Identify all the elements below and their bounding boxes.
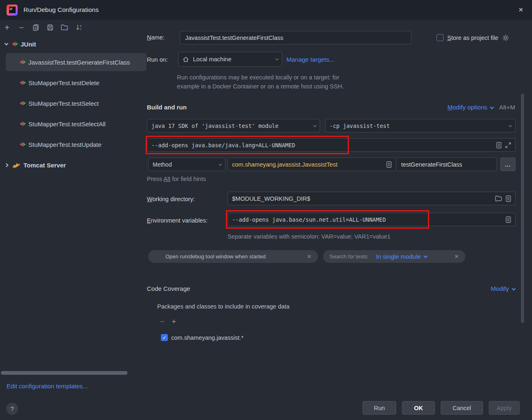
tree-item-label: StuMapperTest.testSelectAll bbox=[28, 121, 106, 128]
vm-options-value: --add-opens java.base/java.lang=ALL-UNNA… bbox=[151, 142, 295, 149]
search-for-tests-pill[interactable]: Search for tests: In single module ✕ bbox=[323, 250, 465, 263]
ok-button[interactable]: OK bbox=[402, 401, 435, 415]
gear-icon[interactable] bbox=[502, 34, 509, 42]
manage-targets-link[interactable]: Manage targets... bbox=[286, 56, 335, 63]
remove-configuration-icon[interactable]: − bbox=[17, 23, 26, 32]
coverage-modify-row: Modify bbox=[491, 285, 515, 292]
jre-dropdown[interactable]: java 17 SDK of 'javassist-test' module bbox=[147, 119, 320, 132]
tree-group-label: Tomcat Server bbox=[23, 162, 66, 169]
working-directory-field[interactable]: $MODULE_WORKING_DIR$ bbox=[228, 192, 516, 205]
coverage-package-row: ✓ com.shameyang.javassist.* bbox=[161, 334, 244, 341]
environment-variables-label: Environment variables: bbox=[147, 217, 208, 224]
run-button[interactable]: Run bbox=[362, 401, 396, 415]
new-folder-icon[interactable]: + bbox=[60, 23, 69, 32]
chevron-down-icon bbox=[218, 162, 222, 165]
vm-options-field[interactable]: --add-opens java.base/java.lang=ALL-UNNA… bbox=[147, 138, 516, 152]
chevron-down-icon bbox=[313, 123, 316, 127]
run-on-help-text: Run configurations may be executed local… bbox=[177, 73, 344, 91]
junit-icon bbox=[20, 81, 26, 85]
tree-item[interactable]: StuMapperTest.testSelect bbox=[0, 93, 146, 114]
home-icon bbox=[183, 56, 189, 63]
working-directory-label: Working directory: bbox=[147, 196, 195, 202]
field-hints-text: Press Alt for field hints bbox=[147, 176, 206, 182]
run-on-dropdown[interactable]: Local machine bbox=[178, 52, 282, 67]
close-icon[interactable]: ✕ bbox=[307, 253, 311, 260]
junit-icon bbox=[20, 60, 26, 64]
svg-text:z: z bbox=[80, 28, 81, 30]
tree-item-label: StuMapperTest.testSelect bbox=[28, 100, 99, 107]
tree-item-label: StuMapperTest.testUpdate bbox=[28, 141, 102, 148]
tree-group-junit[interactable]: JUnit bbox=[0, 36, 146, 52]
coverage-package-checkbox[interactable]: ✓ bbox=[161, 334, 168, 341]
modify-options-shortcut: Alt+M bbox=[499, 104, 515, 111]
apply-button[interactable]: Apply bbox=[489, 401, 520, 415]
vertical-scrollbar[interactable] bbox=[521, 94, 524, 323]
working-directory-value: $MODULE_WORKING_DIR$ bbox=[232, 195, 310, 202]
junit-icon bbox=[20, 122, 26, 126]
cancel-button[interactable]: Cancel bbox=[441, 401, 483, 415]
remove-package-icon[interactable]: − bbox=[160, 317, 165, 326]
tree-group-tomcat[interactable]: Tomcat Server bbox=[0, 155, 146, 175]
close-icon[interactable]: ✕ bbox=[454, 253, 459, 260]
coverage-modify-link[interactable]: Modify bbox=[491, 285, 509, 292]
store-as-project-label: Store as project file bbox=[447, 35, 498, 41]
junit-icon bbox=[12, 42, 18, 46]
tree-item[interactable]: StuMapperTest.testUpdate bbox=[0, 134, 146, 155]
chevron-down-icon bbox=[512, 287, 516, 291]
environment-variables-field[interactable]: --add-opens java.base/sun.net.util=ALL-U… bbox=[228, 213, 516, 226]
chevron-down-icon bbox=[490, 105, 494, 109]
sort-configurations-icon[interactable]: az bbox=[74, 23, 84, 32]
title-bar: IJ Run/Debug Configurations ✕ bbox=[0, 0, 532, 20]
tree-item-label: StuMapperTest.testDelete bbox=[28, 79, 100, 86]
name-field[interactable] bbox=[180, 31, 411, 44]
classpath-value: -cp javassist-test bbox=[330, 123, 390, 129]
store-as-project-checkbox[interactable] bbox=[437, 34, 444, 41]
coverage-toolbar: − + bbox=[160, 317, 176, 326]
expand-list-icon[interactable] bbox=[506, 195, 511, 202]
tree-group-label: JUnit bbox=[21, 41, 36, 48]
chevron-down-icon bbox=[423, 254, 427, 258]
junit-icon bbox=[20, 101, 26, 105]
horizontal-scrollbar[interactable] bbox=[1, 371, 128, 375]
folder-icon[interactable] bbox=[495, 195, 502, 202]
expand-list-icon[interactable] bbox=[496, 142, 502, 149]
test-class-field[interactable]: com.shameyang.javassist.JavassistTest bbox=[228, 158, 396, 171]
save-configuration-icon[interactable] bbox=[46, 23, 55, 32]
chevron-down-icon bbox=[509, 123, 512, 127]
help-button[interactable]: ? bbox=[6, 403, 18, 415]
add-configuration-icon[interactable]: + bbox=[2, 23, 12, 32]
configurations-toolbar: + − + az bbox=[2, 22, 84, 33]
chevron-right-icon bbox=[5, 163, 9, 167]
run-on-value: Local machine bbox=[193, 56, 232, 63]
dialog-title: Run/Debug Configurations bbox=[23, 6, 99, 14]
junit-icon bbox=[20, 142, 26, 146]
classpath-dropdown[interactable]: -cp javassist-test bbox=[325, 119, 516, 132]
modify-options-link[interactable]: Modify options bbox=[448, 104, 488, 111]
browse-method-button[interactable]: ... bbox=[500, 158, 516, 171]
tree-item[interactable]: StuMapperTest.testDelete bbox=[0, 72, 146, 93]
tree-item-selected[interactable]: JavassistTest.testGenerateFirstClass bbox=[6, 53, 146, 71]
test-method-field[interactable] bbox=[396, 158, 497, 171]
tree-item[interactable]: StuMapperTest.testSelectAll bbox=[0, 114, 146, 134]
modify-options-row: Modify options Alt+M bbox=[448, 104, 516, 111]
edit-configuration-templates-link[interactable]: Edit configuration templates... bbox=[7, 383, 88, 390]
expand-list-icon[interactable] bbox=[386, 161, 392, 168]
copy-configuration-icon[interactable] bbox=[31, 23, 40, 32]
test-method-input[interactable] bbox=[400, 161, 493, 168]
search-for-tests-value[interactable]: In single module bbox=[376, 253, 421, 260]
expand-list-icon[interactable] bbox=[506, 216, 511, 223]
test-kind-dropdown[interactable]: Method bbox=[148, 158, 225, 171]
environment-variables-help: Separate variables with semicolon: VAR=v… bbox=[228, 233, 390, 240]
expand-window-icon[interactable] bbox=[505, 142, 511, 148]
svg-text:a: a bbox=[80, 24, 81, 27]
open-tool-window-pill-label: Open run/debug tool window when started bbox=[165, 253, 266, 260]
name-input[interactable] bbox=[184, 34, 407, 42]
open-tool-window-pill[interactable]: Open run/debug tool window when started … bbox=[148, 250, 318, 263]
code-coverage-heading: Code Coverage bbox=[147, 285, 190, 292]
test-class-value: com.shameyang.javassist.JavassistTest bbox=[232, 161, 337, 168]
dialog-buttons: Run OK Cancel Apply bbox=[362, 401, 520, 415]
add-package-icon[interactable]: + bbox=[172, 317, 176, 326]
svg-text:+: + bbox=[66, 28, 68, 32]
close-icon[interactable]: ✕ bbox=[515, 4, 527, 16]
run-on-label: Run on: bbox=[147, 56, 168, 63]
